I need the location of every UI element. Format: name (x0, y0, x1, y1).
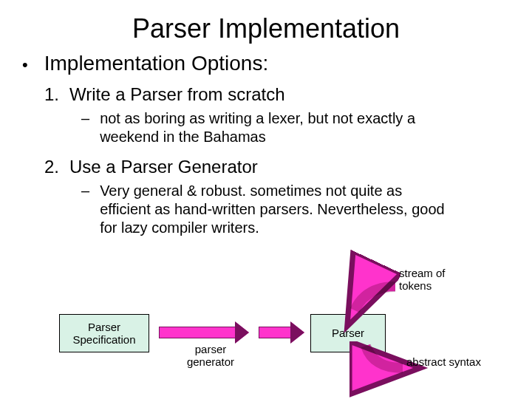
bullet-marker: • (22, 52, 28, 78)
num-text-1: Write a Parser from scratch (69, 84, 285, 105)
dash-text-2: Very general & robust. sometimes not qui… (100, 182, 454, 237)
sub-item: – Very general & robust. sometimes not q… (81, 182, 532, 237)
sub-item: – not as boring as writing a lexer, but … (81, 109, 532, 146)
label-abstract-syntax: abstract syntax (406, 356, 495, 369)
label-parser-generator: parser generator (174, 344, 248, 368)
list-item: 2. Use a Parser Generator (44, 157, 532, 177)
dash-marker: – (81, 109, 89, 146)
diagram: Parser Specification Parser parser gener… (44, 303, 517, 392)
bullet-text: Implementation Options: (44, 52, 269, 75)
slide-title: Parser Implementation (0, 13, 532, 44)
dash-text-1: not as boring as writing a lexer, but no… (100, 109, 454, 146)
num-marker-1: 1. (44, 84, 59, 105)
numbered-list: 1. Write a Parser from scratch – not as … (44, 84, 532, 237)
num-text-2: Use a Parser Generator (69, 157, 258, 177)
bullet-implementation-options: • Implementation Options: (22, 52, 532, 78)
box-parser-spec: Parser Specification (59, 314, 149, 352)
num-marker-2: 2. (44, 157, 59, 177)
label-stream-of-tokens: stream of tokens (399, 267, 466, 292)
dash-marker: – (81, 182, 89, 237)
list-item: 1. Write a Parser from scratch (44, 84, 532, 105)
